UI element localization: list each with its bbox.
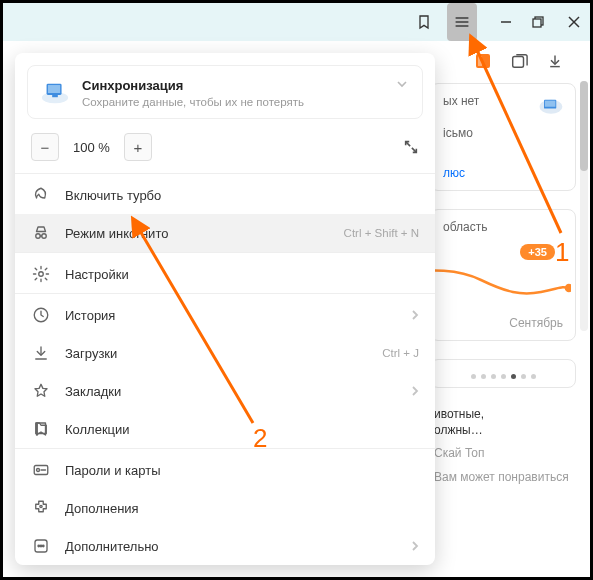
more-icon	[31, 537, 51, 555]
svg-rect-16	[48, 85, 60, 93]
passwords-icon	[31, 461, 51, 479]
svg-rect-5	[533, 19, 541, 27]
menu-item-history[interactable]: История	[15, 296, 435, 334]
menu-item-more[interactable]: Дополнительно	[15, 527, 435, 565]
page-scrollbar[interactable]	[580, 81, 588, 331]
tabs-icon[interactable]	[510, 52, 528, 70]
menu-item-incognito[interactable]: Режим инкогнитоCtrl + Shift + N	[15, 214, 435, 252]
toolbar-row	[474, 45, 590, 77]
weather-region: область	[443, 220, 563, 234]
zoom-controls: − 100 % +	[15, 123, 435, 173]
chevron-down-icon	[396, 80, 408, 88]
menu-item-label: Включить турбо	[65, 188, 161, 203]
main-menu-button[interactable]	[447, 3, 477, 41]
svg-rect-8	[513, 57, 524, 68]
addons-icon	[31, 499, 51, 517]
chevron-right-icon	[411, 309, 419, 321]
recommendation-widget[interactable]: ивотные, олжны… Скай Топ Вам может понра…	[430, 406, 576, 484]
menu-item-shortcut: Ctrl + J	[382, 347, 419, 359]
window-minimize-button[interactable]	[491, 3, 521, 41]
mail-widget[interactable]: ых нет ісьмо люс	[430, 83, 576, 191]
svg-point-31	[43, 545, 45, 547]
main-menu: Синхронизация Сохраните данные, чтобы их…	[15, 53, 435, 565]
menu-item-shortcut: Ctrl + Shift + N	[344, 227, 419, 239]
menu-item-bookmarks[interactable]: Закладки	[15, 372, 435, 410]
svg-point-13	[566, 285, 571, 291]
menu-item-settings[interactable]: Настройки	[15, 255, 435, 293]
extension-icon[interactable]	[474, 52, 492, 70]
window-close-button[interactable]	[559, 3, 589, 41]
menu-item-collections[interactable]: Коллекции	[15, 410, 435, 448]
menu-item-label: Пароли и карты	[65, 463, 161, 478]
menu-item-addons[interactable]: Дополнения	[15, 489, 435, 527]
menu-item-label: Дополнительно	[65, 539, 159, 554]
rec-source: Скай Топ	[434, 446, 572, 460]
rec-title-1: ивотные,	[434, 406, 572, 422]
menu-item-label: Коллекции	[65, 422, 130, 437]
svg-point-30	[40, 545, 42, 547]
sync-cloud-icon	[537, 94, 565, 116]
bookmarks-icon	[31, 382, 51, 400]
scroll-thumb[interactable]	[580, 81, 588, 171]
rec-footer: Вам может понравиться	[434, 470, 572, 484]
window-maximize-button[interactable]	[523, 3, 553, 41]
menu-item-turbo[interactable]: Включить турбо	[15, 176, 435, 214]
menu-item-label: Настройки	[65, 267, 129, 282]
weather-temp-badge: +35	[520, 244, 555, 260]
zoom-in-button[interactable]: +	[124, 133, 152, 161]
mail-line2: ісьмо	[443, 126, 563, 140]
svg-point-25	[37, 469, 40, 472]
weather-month: Сентябрь	[509, 316, 563, 330]
history-icon	[31, 306, 51, 324]
svg-point-29	[38, 545, 40, 547]
menu-item-label: Дополнения	[65, 501, 139, 516]
zoom-value: 100 %	[67, 140, 116, 155]
menu-item-downloads[interactable]: ЗагрузкиCtrl + J	[15, 334, 435, 372]
svg-point-27	[40, 505, 42, 507]
window-titlebar	[3, 3, 590, 41]
bookmark-icon[interactable]	[409, 3, 439, 41]
incognito-icon	[31, 224, 51, 242]
menu-item-passwords[interactable]: Пароли и карты	[15, 451, 435, 489]
sync-card[interactable]: Синхронизация Сохраните данные, чтобы их…	[27, 65, 423, 119]
pager-widget	[430, 359, 576, 388]
rec-title-2: олжны…	[434, 422, 572, 438]
menu-item-label: История	[65, 308, 115, 323]
svg-rect-17	[52, 95, 58, 97]
turbo-icon	[31, 186, 51, 204]
weather-widget[interactable]: область +35 Сентябрь	[430, 209, 576, 341]
zoom-out-button[interactable]: −	[31, 133, 59, 161]
sync-pc-icon	[40, 80, 70, 106]
svg-rect-12	[545, 101, 556, 107]
download-icon[interactable]	[546, 52, 564, 70]
menu-item-label: Загрузки	[65, 346, 117, 361]
menu-item-label: Закладки	[65, 384, 121, 399]
downloads-icon	[31, 344, 51, 362]
mail-link[interactable]: люс	[443, 166, 563, 180]
settings-icon	[31, 265, 51, 283]
sync-title: Синхронизация	[82, 78, 408, 93]
collections-icon	[31, 420, 51, 438]
fullscreen-icon[interactable]	[403, 139, 419, 155]
sync-subtitle: Сохраните данные, чтобы их не потерять	[82, 96, 408, 108]
widget-pager[interactable]	[439, 366, 567, 383]
svg-point-21	[39, 272, 44, 277]
chevron-right-icon	[411, 540, 419, 552]
menu-item-label: Режим инкогнито	[65, 226, 168, 241]
sidebar-widgets: ых нет ісьмо люс область +35 Сентябрь ив…	[430, 83, 576, 484]
chevron-right-icon	[411, 385, 419, 397]
